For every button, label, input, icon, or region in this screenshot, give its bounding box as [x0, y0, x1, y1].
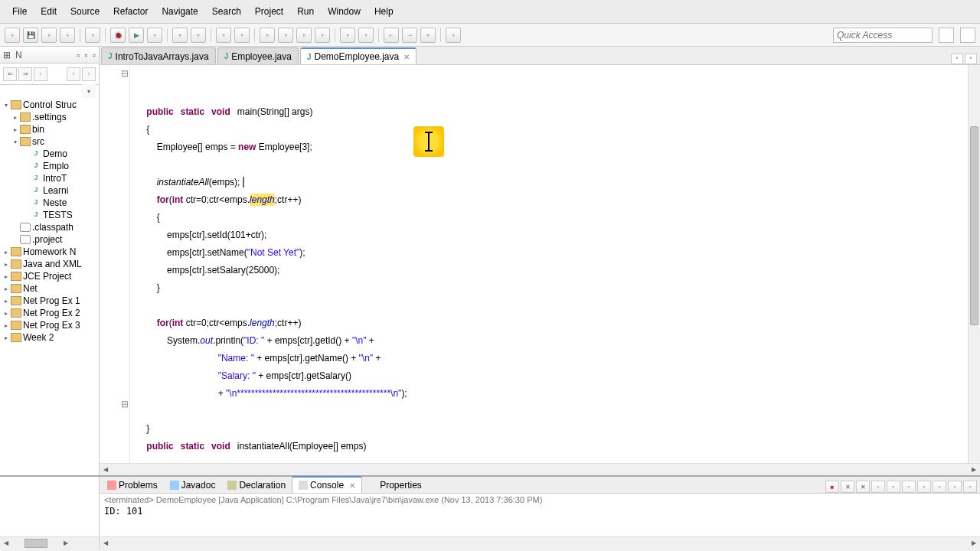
pin-console-icon[interactable]: ▫ [902, 481, 916, 493]
back-nav-icon[interactable]: ⇐ [3, 67, 17, 81]
close-tab-icon[interactable]: ✕ [403, 53, 410, 61]
display-icon[interactable]: ▫ [917, 481, 931, 493]
tree-proj-javaxml[interactable]: ▸Java and XML [0, 258, 99, 270]
tree-file-introt[interactable]: JIntroT [0, 172, 99, 184]
print-button[interactable]: ▫ [60, 28, 75, 43]
close-console-icon[interactable]: ✕ [349, 481, 355, 490]
toggle-button[interactable]: ▫ [315, 28, 330, 43]
tree-file-neste[interactable]: JNeste [0, 197, 99, 209]
menu-run[interactable]: Run [291, 3, 320, 20]
project-tree[interactable]: ▾Control Struc ▸.settings ▸bin ▾src JDem… [0, 97, 99, 475]
tree-classpath[interactable]: .classpath [0, 221, 99, 233]
pin-button[interactable]: ▫ [446, 28, 461, 43]
tab-console[interactable]: Console✕ [292, 476, 362, 493]
tree-proj-net[interactable]: ▸Net [0, 282, 99, 295]
menu-search[interactable]: Search [206, 3, 247, 20]
horizontal-scrollbar[interactable]: ◀ ▶ [100, 463, 980, 475]
scroll-right-icon[interactable]: ▶ [968, 537, 980, 549]
menu-help[interactable]: Help [368, 3, 400, 20]
max-console-icon[interactable]: ▫ [963, 481, 977, 493]
console-output[interactable]: ID: 101 [100, 506, 980, 517]
scroll-right-icon[interactable]: ▶ [60, 540, 72, 546]
perspective-button-2[interactable] [960, 28, 975, 43]
quick-access-input[interactable] [833, 28, 933, 43]
scroll-lock-icon[interactable]: ▫ [887, 481, 900, 493]
tab-properties[interactable]: Properties [362, 478, 428, 493]
collapse-icon[interactable]: ⊞ [3, 50, 11, 60]
open-console-icon[interactable]: ▫ [933, 481, 946, 493]
tree-proj-np3[interactable]: ▸Net Prog Ex 3 [0, 319, 99, 331]
tree-file-tests[interactable]: JTESTS [0, 209, 99, 221]
tab-javadoc[interactable]: Javadoc [164, 478, 222, 493]
tree-proj-jce[interactable]: ▸JCE Project [0, 270, 99, 282]
collapse-all-icon[interactable]: ▫ [67, 67, 80, 81]
scroll-thumb[interactable] [970, 126, 978, 325]
min-console-icon[interactable]: ▫ [948, 481, 962, 493]
filter-icon[interactable]: ▾ [82, 84, 96, 98]
search-button[interactable]: ▫ [234, 28, 250, 43]
remove-all-icon[interactable]: ✕ [856, 481, 870, 493]
code-editor[interactable]: ⊟ ⊟ public static void main(String[] arg… [100, 65, 980, 463]
tree-settings[interactable]: ▸.settings [0, 111, 99, 123]
forward-button[interactable]: → [402, 28, 417, 43]
menu-project[interactable]: Project [249, 3, 289, 20]
scroll-right-icon[interactable]: ▶ [968, 464, 980, 475]
terminate-icon[interactable]: ■ [825, 481, 839, 493]
back-button[interactable]: ← [384, 28, 399, 43]
tab-intro[interactable]: JIntroToJavaArrays.java [101, 47, 216, 64]
tree-proj-wk2[interactable]: ▸Week 2 [0, 331, 99, 344]
run-button[interactable]: ▶ [129, 28, 144, 43]
remove-launch-icon[interactable]: ✕ [841, 481, 854, 493]
tree-projectfile[interactable]: .project [0, 233, 99, 246]
menu-window[interactable]: Window [322, 3, 367, 20]
code-content[interactable]: public static void main(String[] args) {… [130, 65, 968, 463]
tree-src[interactable]: ▾src [0, 135, 99, 148]
maximize-editor-icon[interactable]: ▫ [965, 54, 977, 64]
link-editor-icon[interactable]: ▫ [82, 67, 96, 81]
tree-proj-np1[interactable]: ▸Net Prog Ex 1 [0, 295, 99, 307]
view-menu-icon[interactable]: ▫ [77, 50, 80, 60]
scroll-left-icon[interactable]: ◀ [100, 464, 112, 475]
scroll-left-icon[interactable]: ◀ [100, 537, 112, 549]
clear-console-icon[interactable]: ▫ [871, 481, 885, 493]
tree-proj-hw[interactable]: ▸Homework N [0, 246, 99, 258]
tree-proj-np2[interactable]: ▸Net Prog Ex 2 [0, 307, 99, 319]
next-annotation-button[interactable]: ▫ [340, 28, 355, 43]
new-package-button[interactable]: ▫ [191, 28, 206, 43]
block-select-button[interactable]: ▫ [278, 28, 293, 43]
last-edit-button[interactable]: ▫ [420, 28, 436, 43]
tab-demoemployee[interactable]: JDemoEmployee.java✕ [300, 47, 416, 64]
scroll-thumb-h[interactable] [24, 539, 47, 548]
tree-bin[interactable]: ▸bin [0, 123, 99, 135]
new-class-button[interactable]: ▫ [172, 28, 188, 43]
save-button[interactable]: 💾 [23, 28, 38, 43]
scroll-left-icon[interactable]: ◀ [0, 540, 12, 546]
fwd-nav-icon[interactable]: ⇒ [18, 67, 32, 81]
vertical-scrollbar[interactable] [968, 65, 980, 463]
console-hscroll[interactable]: ◀ ▶ [100, 536, 980, 549]
open-type-button[interactable]: ▫ [216, 28, 231, 43]
maximize-icon[interactable]: ▫ [93, 50, 96, 60]
show-whitespace-button[interactable]: ▫ [296, 28, 312, 43]
menu-file[interactable]: File [6, 3, 33, 20]
new-button[interactable]: ▫ [5, 28, 20, 43]
run-last-button[interactable]: ▫ [147, 28, 162, 43]
build-button[interactable]: ▫ [85, 28, 100, 43]
tab-problems[interactable]: Problems [101, 478, 164, 493]
minimize-icon[interactable]: ▫ [84, 50, 87, 60]
tree-file-emplo[interactable]: JEmplo [0, 160, 99, 172]
toggle-mark-button[interactable]: ▫ [260, 28, 275, 43]
tab-employee[interactable]: JEmployee.java [217, 47, 299, 64]
perspective-button-1[interactable] [939, 28, 954, 43]
menu-navigate[interactable]: Navigate [155, 3, 204, 20]
tree-root[interactable]: ▾Control Struc [0, 99, 99, 111]
tree-file-demo[interactable]: JDemo [0, 148, 99, 160]
menu-edit[interactable]: Edit [34, 3, 63, 20]
menu-refactor[interactable]: Refactor [107, 3, 154, 20]
tree-file-learni[interactable]: JLearni [0, 184, 99, 197]
tab-declaration[interactable]: Declaration [221, 478, 292, 493]
prev-annotation-button[interactable]: ▫ [358, 28, 374, 43]
up-nav-icon[interactable]: ▫ [34, 67, 47, 81]
save-all-button[interactable]: ▫ [41, 28, 57, 43]
debug-button[interactable]: 🐞 [110, 28, 126, 43]
